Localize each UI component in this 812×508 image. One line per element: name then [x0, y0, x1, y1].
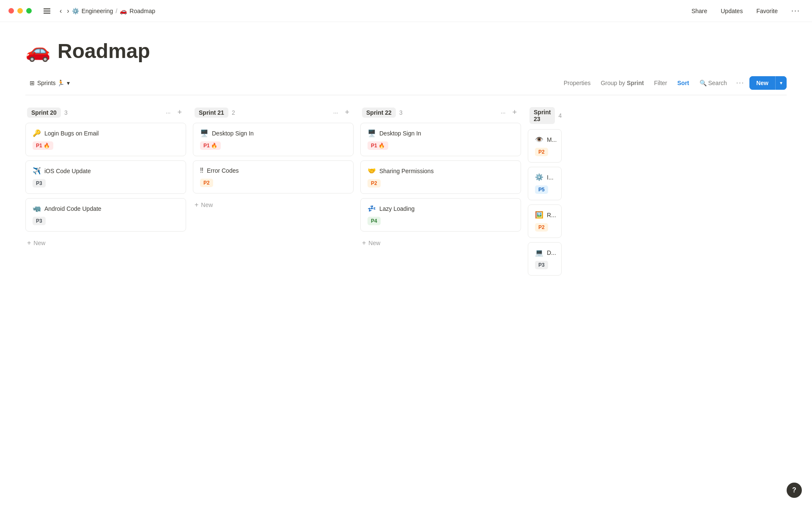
- card[interactable]: ⚙️I...P5: [528, 167, 562, 200]
- minimize-button[interactable]: [17, 8, 23, 14]
- traffic-lights: [8, 8, 32, 14]
- card-title-text: Login Bugs on Email: [44, 130, 99, 137]
- card-title: 🖥️Desktop Sign In: [200, 129, 346, 137]
- add-new-row[interactable]: +New: [25, 236, 186, 250]
- card-title: ‼️Error Codes: [200, 167, 346, 174]
- more-options-button[interactable]: ···: [788, 5, 804, 17]
- card-title-text: Sharing Permissions: [379, 168, 433, 174]
- card-icon: ⚙️: [535, 173, 543, 181]
- page-content: 🚗 Roadmap ⊞ Sprints 🏃 ▾ Properties Group…: [0, 22, 812, 305]
- card-title-text: Error Codes: [207, 167, 239, 174]
- column-header-actions: ···+: [498, 107, 519, 118]
- breadcrumb-separator: /: [115, 8, 117, 14]
- card[interactable]: 🖥️Desktop Sign InP1 🔥: [193, 123, 354, 156]
- search-icon: 🔍: [700, 80, 707, 86]
- priority-badge: P3: [33, 217, 46, 225]
- share-button[interactable]: Share: [688, 6, 710, 16]
- group-by-button[interactable]: Group by Sprint: [596, 77, 648, 89]
- card[interactable]: ✈️iOS Code UpdateP3: [25, 160, 186, 194]
- new-button-dropdown[interactable]: ▾: [775, 76, 787, 90]
- maximize-button[interactable]: [26, 8, 32, 14]
- add-new-label: New: [368, 240, 380, 246]
- priority-badge: P1 🔥: [200, 141, 221, 150]
- add-new-label: New: [201, 202, 213, 208]
- card-title: 🔑Login Bugs on Email: [33, 129, 179, 137]
- card-icon: 🖥️: [200, 129, 208, 137]
- card-title-text: R...: [547, 212, 556, 218]
- breadcrumb: ⚙️ Engineering / 🚗 Roadmap: [72, 8, 155, 14]
- toolbar-more-button[interactable]: ···: [733, 77, 748, 89]
- plus-icon: +: [195, 201, 198, 209]
- close-button[interactable]: [8, 8, 14, 14]
- card-icon: 👁️: [535, 135, 543, 144]
- plus-icon: +: [362, 239, 366, 247]
- page-breadcrumb-icon: 🚗: [120, 8, 127, 14]
- sprint-count: 2: [232, 109, 235, 116]
- card[interactable]: ‼️Error CodesP2: [193, 160, 354, 193]
- new-button[interactable]: New: [749, 76, 775, 90]
- toolbar: ⊞ Sprints 🏃 ▾ Properties Group by Sprint…: [25, 76, 787, 95]
- filter-button[interactable]: Filter: [650, 77, 671, 89]
- forward-button[interactable]: ›: [64, 6, 71, 17]
- column-header-sprint20: Sprint 203···+: [25, 107, 186, 118]
- updates-button[interactable]: Updates: [717, 6, 746, 16]
- sidebar-toggle-button[interactable]: [40, 7, 54, 15]
- sprint-label[interactable]: Sprint 20: [27, 108, 61, 118]
- column-add-button[interactable]: +: [510, 107, 519, 118]
- page-breadcrumb-label[interactable]: Roadmap: [129, 8, 155, 14]
- sprint-count: 4: [558, 112, 562, 119]
- card-icon: 💤: [368, 204, 376, 213]
- favorite-button[interactable]: Favorite: [753, 6, 781, 16]
- column-add-button[interactable]: +: [175, 107, 184, 118]
- sort-label: Sort: [678, 80, 689, 86]
- plus-icon: +: [27, 239, 31, 247]
- help-button[interactable]: ?: [787, 483, 802, 498]
- add-new-label: New: [33, 240, 45, 246]
- card-title-text: Lazy Loading: [379, 205, 414, 212]
- board: Sprint 203···+🔑Login Bugs on EmailP1 🔥✈️…: [25, 107, 787, 288]
- column-more-button[interactable]: ···: [498, 108, 508, 118]
- page-title: Roadmap: [58, 39, 150, 63]
- priority-badge: P2: [535, 223, 548, 232]
- column-add-button[interactable]: +: [342, 107, 352, 118]
- back-button[interactable]: ‹: [57, 6, 64, 17]
- card-title-text: Desktop Sign In: [379, 130, 421, 137]
- add-new-row[interactable]: +New: [360, 236, 521, 250]
- card-title-text: Android Code Update: [44, 205, 102, 212]
- priority-badge: P2: [200, 179, 213, 187]
- column-header-sprint21: Sprint 212···+: [193, 107, 354, 118]
- column-header-actions: ···+: [331, 107, 352, 118]
- sprint-label[interactable]: Sprint 22: [362, 108, 396, 118]
- card[interactable]: 🖼️R...P2: [528, 204, 562, 238]
- titlebar: ‹ › ⚙️ Engineering / 🚗 Roadmap Share Upd…: [0, 0, 812, 22]
- card-icon: ‼️: [200, 167, 203, 174]
- sprint-label[interactable]: Sprint 23: [529, 107, 555, 124]
- properties-button[interactable]: Properties: [560, 77, 595, 89]
- card-title-text: Desktop Sign In: [212, 130, 254, 137]
- add-new-row[interactable]: +New: [193, 198, 354, 212]
- priority-badge: P3: [33, 179, 46, 188]
- card[interactable]: 🤝Sharing PermissionsP2: [360, 160, 521, 194]
- sort-button[interactable]: Sort: [673, 77, 694, 89]
- chevron-down-icon: ▾: [67, 80, 70, 86]
- column-more-button[interactable]: ···: [331, 108, 341, 118]
- sprint-count: 3: [64, 109, 68, 116]
- card-title: 👁️M...: [535, 135, 554, 144]
- card-icon: 🦏: [33, 204, 41, 213]
- sprint-column-sprint23: Sprint 234👁️M...P2⚙️I...P5🖼️R...P2💻D...P…: [528, 107, 562, 280]
- card[interactable]: 💻D...P3: [528, 242, 562, 276]
- search-button[interactable]: 🔍 Search: [695, 77, 731, 89]
- column-more-button[interactable]: ···: [163, 108, 173, 118]
- card[interactable]: 💤Lazy LoadingP4: [360, 198, 521, 232]
- card[interactable]: 🖥️Desktop Sign InP1 🔥: [360, 123, 521, 156]
- page-icon: 🚗: [25, 39, 51, 63]
- workspace-label[interactable]: Engineering: [82, 8, 113, 14]
- view-selector-button[interactable]: ⊞ Sprints 🏃 ▾: [25, 77, 74, 89]
- card-title: 🤝Sharing Permissions: [368, 167, 514, 175]
- card[interactable]: 🔑Login Bugs on EmailP1 🔥: [25, 123, 186, 156]
- card[interactable]: 👁️M...P2: [528, 129, 562, 163]
- card[interactable]: 🦏Android Code UpdateP3: [25, 198, 186, 232]
- priority-badge: P5: [535, 185, 548, 194]
- card-icon: 🔑: [33, 129, 41, 137]
- sprint-label[interactable]: Sprint 21: [195, 108, 228, 118]
